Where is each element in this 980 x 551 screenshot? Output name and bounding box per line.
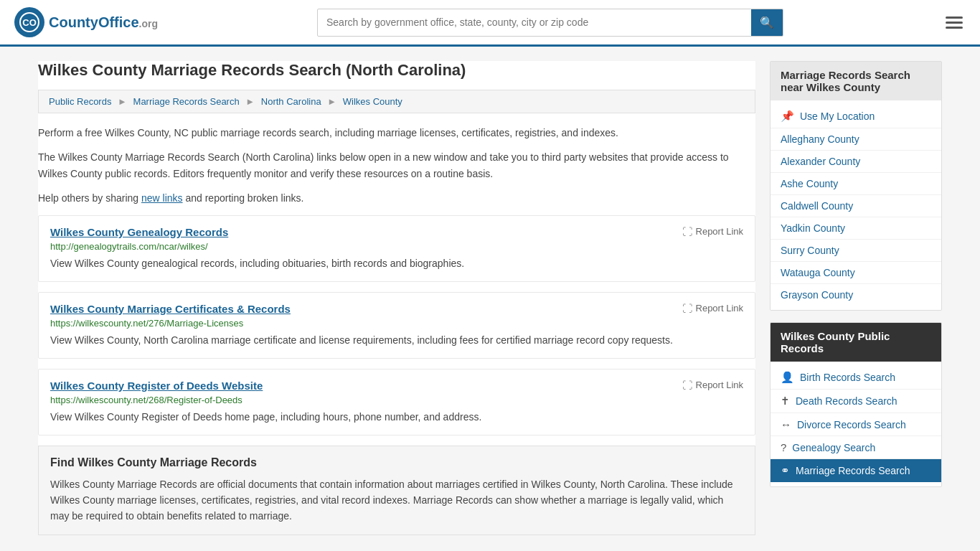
search-button[interactable]: 🔍: [751, 9, 783, 36]
nearby-header: Marriage Records Search near Wilkes Coun…: [771, 62, 941, 100]
report-link-deeds[interactable]: ⛶ Report Link: [682, 380, 743, 391]
marriage-icon: ⚭: [781, 464, 790, 477]
description-2: The Wilkes County Marriage Records Searc…: [38, 149, 755, 182]
breadcrumb-marriage-records[interactable]: Marriage Records Search: [133, 96, 240, 107]
sidebar-item-grayson[interactable]: Grayson County: [771, 284, 941, 306]
sidebar-item-death[interactable]: ✝ Death Records Search: [771, 390, 941, 413]
report-link-certificates[interactable]: ⛶ Report Link: [682, 303, 743, 314]
logo[interactable]: CO CountyOffice.org: [14, 7, 158, 37]
record-desc-genealogy: View Wilkes County genealogical records,…: [50, 256, 743, 271]
description-3: Help others by sharing new links and rep…: [38, 190, 755, 206]
sidebar-item-alleghany[interactable]: Alleghany County: [771, 128, 941, 151]
record-title-genealogy[interactable]: Wilkes County Genealogy Records: [50, 226, 228, 238]
description-1: Perform a free Wilkes County, NC public …: [38, 125, 755, 141]
record-url-deeds[interactable]: https://wilkescounty.net/268/Register-of…: [50, 395, 743, 405]
sidebar-item-yadkin[interactable]: Yadkin County: [771, 217, 941, 240]
find-section-text: Wilkes County Marriage Records are offic…: [50, 476, 743, 524]
sidebar-item-birth[interactable]: 👤 Birth Records Search: [771, 366, 941, 390]
record-item: Wilkes County Genealogy Records ⛶ Report…: [38, 215, 755, 282]
record-title-certificates[interactable]: Wilkes County Marriage Certificates & Re…: [50, 303, 291, 315]
sidebar-item-caldwell[interactable]: Caldwell County: [771, 195, 941, 217]
record-desc-deeds: View Wilkes County Register of Deeds hom…: [50, 410, 743, 425]
sidebar-item-genealogy[interactable]: ? Genealogy Search: [771, 436, 941, 459]
use-my-location-link[interactable]: Use My Location: [800, 110, 875, 122]
report-icon: ⛶: [682, 303, 692, 314]
sidebar: Marriage Records Search near Wilkes Coun…: [770, 61, 942, 535]
birth-icon: 👤: [781, 371, 794, 384]
svg-text:CO: CO: [22, 17, 37, 28]
record-item: Wilkes County Marriage Certificates & Re…: [38, 292, 755, 359]
page-title: Wilkes County Marriage Records Search (N…: [38, 61, 755, 80]
record-url-genealogy[interactable]: http://genealogytrails.com/ncar/wilkes/: [50, 241, 743, 252]
sidebar-item-watauga[interactable]: Watauga County: [771, 262, 941, 284]
sidebar-item-ashe[interactable]: Ashe County: [771, 173, 941, 195]
public-records-section: Wilkes County Public Records 👤 Birth Rec…: [770, 322, 942, 487]
record-url-certificates[interactable]: https://wilkescounty.net/276/Marriage-Li…: [50, 318, 743, 329]
breadcrumb: Public Records ► Marriage Records Search…: [38, 90, 755, 113]
find-section-title: Find Wilkes County Marriage Records: [50, 456, 743, 469]
use-my-location[interactable]: 📌 Use My Location: [771, 105, 941, 128]
nearby-section: Marriage Records Search near Wilkes Coun…: [770, 61, 942, 311]
public-records-header: Wilkes County Public Records: [771, 323, 941, 362]
search-input[interactable]: [318, 11, 751, 34]
report-icon: ⛶: [682, 380, 692, 391]
divorce-icon: ↔: [781, 418, 791, 430]
sidebar-item-alexander[interactable]: Alexander County: [771, 151, 941, 173]
location-icon: 📌: [781, 110, 794, 123]
new-links-link[interactable]: new links: [141, 192, 183, 204]
menu-button[interactable]: [943, 14, 966, 32]
report-link-genealogy[interactable]: ⛶ Report Link: [682, 226, 743, 237]
search-area: 🔍: [317, 9, 783, 37]
sidebar-item-surry[interactable]: Surry County: [771, 240, 941, 262]
breadcrumb-north-carolina[interactable]: North Carolina: [261, 96, 321, 107]
sidebar-item-marriage[interactable]: ⚭ Marriage Records Search: [771, 459, 941, 482]
breadcrumb-wilkes-county[interactable]: Wilkes County: [343, 96, 402, 107]
find-section: Find Wilkes County Marriage Records Wilk…: [38, 446, 755, 535]
logo-icon: CO: [14, 7, 44, 37]
record-title-deeds[interactable]: Wilkes County Register of Deeds Website: [50, 380, 263, 392]
search-icon: 🔍: [760, 17, 774, 29]
report-icon: ⛶: [682, 226, 692, 237]
logo-text: CountyOffice.org: [49, 14, 158, 30]
genealogy-icon: ?: [781, 441, 786, 453]
record-item: Wilkes County Register of Deeds Website …: [38, 369, 755, 435]
death-icon: ✝: [781, 395, 790, 408]
sidebar-item-divorce[interactable]: ↔ Divorce Records Search: [771, 413, 941, 436]
record-desc-certificates: View Wilkes County, North Carolina marri…: [50, 333, 743, 348]
breadcrumb-public-records[interactable]: Public Records: [49, 96, 111, 107]
